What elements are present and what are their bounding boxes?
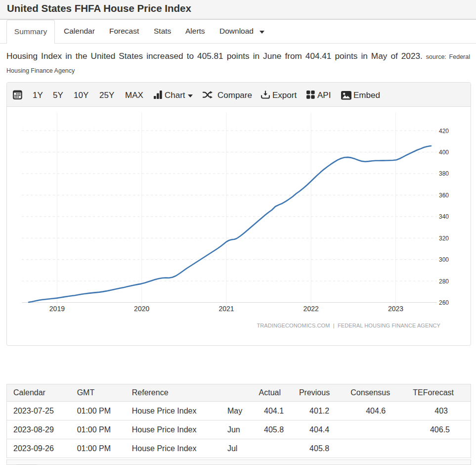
svg-text:320: 320 (439, 235, 449, 242)
svg-text:340: 340 (439, 213, 449, 220)
svg-text:TRADINGECONOMICS.COM | FEDER: TRADINGECONOMICS.COM | FEDERAL HOUSING F… (257, 323, 440, 328)
svg-text:300: 300 (439, 256, 449, 263)
svg-text:380: 380 (439, 170, 449, 177)
svg-text:2022: 2022 (303, 305, 319, 313)
svg-text:2020: 2020 (134, 305, 149, 313)
svg-text:2019: 2019 (49, 305, 65, 313)
svg-text:260: 260 (439, 299, 449, 306)
svg-text:420: 420 (439, 128, 449, 135)
svg-text:400: 400 (439, 149, 449, 156)
svg-text:360: 360 (439, 192, 449, 199)
svg-text:2021: 2021 (218, 305, 234, 313)
svg-text:2023: 2023 (388, 305, 403, 313)
svg-text:280: 280 (439, 278, 449, 285)
